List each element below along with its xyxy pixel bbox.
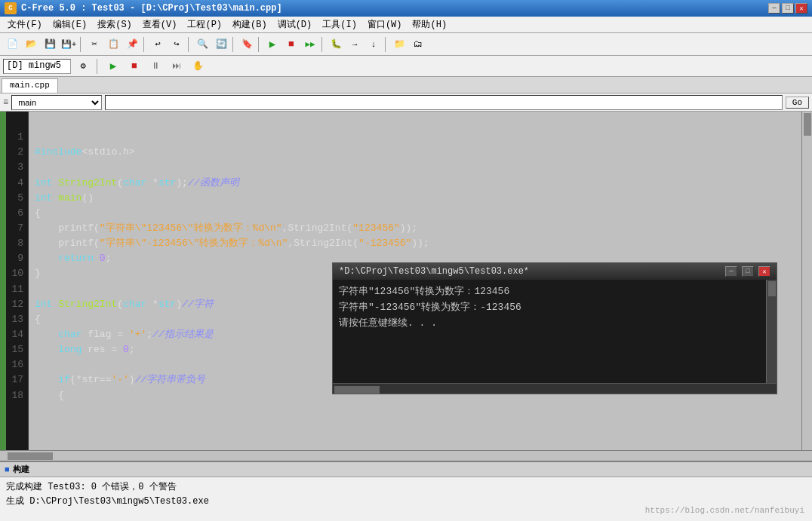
code-margin bbox=[0, 112, 6, 450]
cut-icon: ✂ bbox=[91, 38, 97, 50]
separator-2 bbox=[143, 37, 146, 52]
stop-icon: ■ bbox=[288, 38, 294, 50]
project-icon: 📁 bbox=[394, 38, 405, 50]
scroll-thumb-x[interactable] bbox=[8, 452, 53, 460]
debug-button[interactable]: 🐛 bbox=[327, 35, 345, 54]
hand-button[interactable]: ✋ bbox=[189, 57, 207, 75]
menu-help[interactable]: 帮助(H) bbox=[408, 17, 451, 32]
code-res: long res = 0; bbox=[35, 344, 135, 355]
menu-window[interactable]: 窗口(W) bbox=[363, 17, 407, 32]
line-num: 2 bbox=[11, 145, 23, 160]
code-func-def: int String2Int(char *str)//字符 bbox=[35, 299, 214, 310]
minimize-button[interactable]: ─ bbox=[768, 3, 780, 14]
maximize-button[interactable]: □ bbox=[782, 3, 794, 14]
close-button[interactable]: ✕ bbox=[795, 3, 807, 14]
horizontal-scrollbar[interactable] bbox=[0, 450, 812, 461]
popup-title-bar: *D:\CProj\Test03\mingw5\Test03.exe* ─ □ … bbox=[333, 263, 777, 280]
code-blank2 bbox=[35, 283, 41, 295]
menu-search[interactable]: 搜索(S) bbox=[93, 17, 137, 32]
popup-scroll-thumb[interactable] bbox=[768, 281, 776, 296]
code-printf1: printf("字符串\"123456\"转换为数字：%d\n",String2… bbox=[35, 222, 417, 234]
replace-button[interactable]: 🔄 bbox=[212, 35, 230, 54]
menu-build[interactable]: 构建(B) bbox=[228, 17, 272, 32]
compiler-select[interactable]: [D] mingw5 bbox=[3, 59, 71, 74]
step-next-button[interactable]: ⏭ bbox=[168, 57, 186, 75]
popup-minimize-button[interactable]: ─ bbox=[725, 266, 737, 277]
debug-icon: 🐛 bbox=[331, 38, 342, 50]
step-into-button[interactable]: ↓ bbox=[364, 35, 383, 54]
copy-button[interactable]: 📋 bbox=[104, 35, 122, 54]
redo-button[interactable]: ↪ bbox=[168, 35, 186, 54]
pause-button[interactable]: ⏸ bbox=[146, 57, 165, 75]
compiler-toolbar: [D] mingw5 ⚙ ▶ ■ ⏸ ⏭ ✋ bbox=[0, 56, 812, 77]
class-icon: 🗂 bbox=[414, 38, 423, 50]
function-dropdown[interactable]: main bbox=[11, 95, 102, 110]
bottom-panel-content: 完成构建 Test03: 0 个错误，0 个警告 生成 D:\CProj\Tes… bbox=[0, 477, 812, 521]
save-all-button[interactable]: 💾+ bbox=[60, 35, 78, 54]
undo-icon: ↩ bbox=[155, 38, 160, 50]
run-button[interactable]: ▶▶ bbox=[301, 35, 319, 54]
menu-project[interactable]: 工程(P) bbox=[183, 17, 226, 32]
line-num: 17 bbox=[11, 372, 23, 388]
new-icon: 📄 bbox=[7, 38, 18, 50]
code-printf2: printf("字符串\"-123456\"转换为数字：%d\n",String… bbox=[35, 238, 429, 249]
compile-icon: ▶ bbox=[269, 38, 275, 51]
copy-icon: 📋 bbox=[108, 38, 119, 50]
bottom-panel-title: 构建 bbox=[13, 464, 29, 475]
popup-hscroll-thumb[interactable] bbox=[334, 386, 380, 394]
popup-line1: 字符串"123456"转换为数字：123456 bbox=[339, 284, 760, 300]
project-manager-button[interactable]: 📁 bbox=[390, 35, 408, 54]
cut-button[interactable]: ✂ bbox=[85, 35, 103, 54]
scroll-thumb-y[interactable] bbox=[804, 113, 811, 136]
stop-compile-button[interactable]: ■ bbox=[282, 35, 300, 54]
line-num: 5 bbox=[11, 191, 23, 206]
line-num: 3 bbox=[11, 160, 23, 175]
editor-body: 1 2 3 4 5 6 7 8 9 10 11 12 13 14 15 16 1… bbox=[0, 112, 812, 450]
menu-view[interactable]: 查看(V) bbox=[138, 17, 182, 32]
open-button[interactable]: 📂 bbox=[22, 35, 40, 54]
line-number-input[interactable]: 123456 bbox=[105, 95, 783, 110]
play-button[interactable]: ▶ bbox=[104, 57, 122, 75]
step-over-button[interactable]: → bbox=[346, 35, 364, 54]
code-open-brace1: { bbox=[35, 207, 41, 219]
separator-4 bbox=[232, 37, 235, 52]
search-icon: 🔍 bbox=[197, 38, 208, 50]
popup-window: *D:\CProj\Test03\mingw5\Test03.exe* ─ □ … bbox=[332, 262, 777, 394]
line-num: 8 bbox=[11, 236, 23, 251]
new-button[interactable]: 📄 bbox=[3, 35, 21, 54]
bookmark-button[interactable]: 🔖 bbox=[238, 35, 256, 54]
code-include: #include<stdio.h> bbox=[35, 146, 135, 158]
popup-close-button[interactable]: ✕ bbox=[758, 266, 770, 277]
editor-area: 1 2 3 4 5 6 7 8 9 10 11 12 13 14 15 16 1… bbox=[0, 112, 812, 461]
line-num: 14 bbox=[11, 327, 23, 342]
menu-tools[interactable]: 工具(I) bbox=[318, 17, 361, 32]
separator-5 bbox=[258, 37, 261, 52]
func-bar: ≡ main 123456 Go bbox=[0, 93, 812, 112]
code-open-brace3: { bbox=[35, 390, 64, 401]
compiler-config-button[interactable]: ⚙ bbox=[74, 57, 92, 75]
code-line-empty bbox=[35, 131, 41, 143]
save-button[interactable]: 💾 bbox=[41, 35, 59, 54]
menu-edit[interactable]: 编辑(E) bbox=[48, 17, 92, 32]
line-num: 6 bbox=[11, 206, 23, 221]
code-main: int main() bbox=[35, 192, 94, 204]
vertical-scrollbar[interactable] bbox=[801, 112, 812, 450]
code-close-brace1: } bbox=[35, 268, 41, 279]
popup-maximize-button[interactable]: □ bbox=[742, 266, 754, 277]
undo-button[interactable]: ↩ bbox=[149, 35, 167, 54]
popup-scroll-y[interactable] bbox=[766, 280, 777, 383]
compile-button[interactable]: ▶ bbox=[263, 35, 281, 54]
class-view-button[interactable]: 🗂 bbox=[409, 35, 427, 54]
line-num: 9 bbox=[11, 251, 23, 266]
tab-main-cpp[interactable]: main.cpp bbox=[2, 78, 58, 93]
stop2-icon: ■ bbox=[131, 60, 137, 72]
stop-button[interactable]: ■ bbox=[125, 57, 143, 75]
app-icon: C bbox=[5, 2, 17, 14]
paste-button[interactable]: 📌 bbox=[123, 35, 141, 54]
popup-scroll-x[interactable] bbox=[333, 383, 777, 394]
build-icon: ■ bbox=[5, 465, 10, 474]
menu-file[interactable]: 文件(F) bbox=[3, 17, 47, 32]
go-button[interactable]: Go bbox=[786, 97, 809, 109]
menu-debug[interactable]: 调试(D) bbox=[273, 17, 317, 32]
search-button[interactable]: 🔍 bbox=[193, 35, 211, 54]
